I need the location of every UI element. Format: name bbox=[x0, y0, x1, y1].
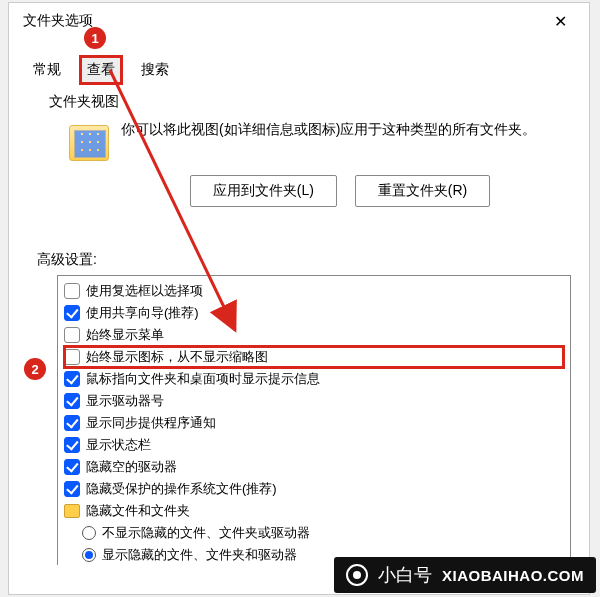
checkbox-icon[interactable] bbox=[64, 393, 80, 409]
annotation-badge-1: 1 bbox=[84, 27, 106, 49]
list-item-label: 隐藏受保护的操作系统文件(推荐) bbox=[86, 480, 277, 498]
folder-views-label: 文件夹视图 bbox=[49, 93, 571, 111]
list-item[interactable]: 始终显示菜单 bbox=[64, 324, 564, 346]
apply-to-folders-button[interactable]: 应用到文件夹(L) bbox=[190, 175, 337, 207]
list-item[interactable]: 鼠标指向文件夹和桌面项时显示提示信息 bbox=[64, 368, 564, 390]
tab-search[interactable]: 搜索 bbox=[135, 57, 175, 83]
folder-options-dialog: 文件夹选项 ✕ 常规 查看 搜索 文件夹视图 你可以将此视图(如详细信息或图标)… bbox=[8, 2, 590, 595]
list-item-label: 隐藏空的驱动器 bbox=[86, 458, 177, 476]
list-item-label: 使用共享向导(推荐) bbox=[86, 304, 199, 322]
list-item[interactable]: 始终显示图标，从不显示缩略图 bbox=[64, 346, 564, 368]
list-item[interactable]: 隐藏受保护的操作系统文件(推荐) bbox=[64, 478, 564, 500]
list-item[interactable]: 隐藏空的驱动器 bbox=[64, 456, 564, 478]
reset-folders-button[interactable]: 重置文件夹(R) bbox=[355, 175, 490, 207]
list-item[interactable]: 使用复选框以选择项 bbox=[64, 280, 564, 302]
radio-icon[interactable] bbox=[82, 548, 96, 562]
list-item[interactable]: 不显示隐藏的文件、文件夹或驱动器 bbox=[64, 522, 564, 544]
checkbox-icon[interactable] bbox=[64, 481, 80, 497]
list-item-label: 始终显示图标，从不显示缩略图 bbox=[86, 348, 268, 366]
list-item[interactable]: 隐藏文件和文件夹 bbox=[64, 500, 564, 522]
list-item-label: 隐藏文件和文件夹 bbox=[86, 502, 190, 520]
list-item-label: 显示隐藏的文件、文件夹和驱动器 bbox=[102, 546, 297, 564]
brand-name-en: XIAOBAIHAO.COM bbox=[442, 567, 584, 584]
folder-icon bbox=[69, 125, 109, 161]
list-item-label: 显示同步提供程序通知 bbox=[86, 414, 216, 432]
list-item-label: 显示驱动器号 bbox=[86, 392, 164, 410]
list-item-label: 鼠标指向文件夹和桌面项时显示提示信息 bbox=[86, 370, 320, 388]
list-item[interactable]: 显示驱动器号 bbox=[64, 390, 564, 412]
tab-general[interactable]: 常规 bbox=[27, 57, 67, 83]
dialog-title: 文件夹选项 bbox=[23, 12, 93, 30]
checkbox-icon[interactable] bbox=[64, 459, 80, 475]
tab-view[interactable]: 查看 bbox=[81, 57, 121, 83]
checkbox-icon[interactable] bbox=[64, 327, 80, 343]
checkbox-icon[interactable] bbox=[64, 305, 80, 321]
list-item-label: 始终显示菜单 bbox=[86, 326, 164, 344]
checkbox-icon[interactable] bbox=[64, 283, 80, 299]
checkbox-icon[interactable] bbox=[64, 415, 80, 431]
list-item[interactable]: 使用共享向导(推荐) bbox=[64, 302, 564, 324]
brand-name-cn: 小白号 bbox=[378, 563, 432, 587]
list-item-label: 显示状态栏 bbox=[86, 436, 151, 454]
tab-bar: 常规 查看 搜索 bbox=[9, 57, 589, 83]
folder-category-icon bbox=[64, 504, 80, 518]
list-item-label: 不显示隐藏的文件、文件夹或驱动器 bbox=[102, 524, 310, 542]
checkbox-icon[interactable] bbox=[64, 437, 80, 453]
list-item[interactable]: 显示状态栏 bbox=[64, 434, 564, 456]
folder-views-group: 文件夹视图 你可以将此视图(如详细信息或图标)应用于这种类型的所有文件夹。 应用… bbox=[49, 93, 571, 207]
brand-footer: 小白号 XIAOBAIHAO.COM bbox=[334, 557, 596, 593]
close-icon[interactable]: ✕ bbox=[546, 8, 575, 35]
annotation-badge-2: 2 bbox=[24, 358, 46, 380]
advanced-settings-list[interactable]: 使用复选框以选择项使用共享向导(推荐)始终显示菜单始终显示图标，从不显示缩略图鼠… bbox=[57, 275, 571, 565]
checkbox-icon[interactable] bbox=[64, 349, 80, 365]
folder-views-description: 你可以将此视图(如详细信息或图标)应用于这种类型的所有文件夹。 bbox=[121, 119, 561, 140]
advanced-settings-label: 高级设置: bbox=[37, 251, 571, 269]
list-item-label: 使用复选框以选择项 bbox=[86, 282, 203, 300]
list-item[interactable]: 显示同步提供程序通知 bbox=[64, 412, 564, 434]
checkbox-icon[interactable] bbox=[64, 371, 80, 387]
brand-broadcast-icon bbox=[346, 564, 368, 586]
radio-icon[interactable] bbox=[82, 526, 96, 540]
